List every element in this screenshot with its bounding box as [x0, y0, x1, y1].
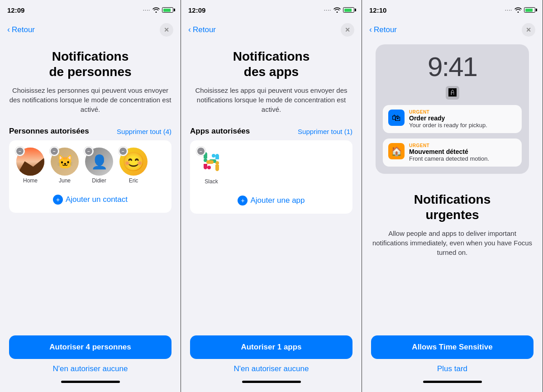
chevron-left-icon-1: ‹	[7, 25, 10, 34]
notif-urgent-label-2: URGENT	[409, 143, 516, 148]
add-contact-row[interactable]: + Ajouter un contact	[16, 190, 164, 206]
page-title-1: Notificationsde personnes	[9, 49, 171, 79]
page-title-3: Notificationsurgentes	[371, 192, 533, 222]
status-icons-1: ····	[143, 7, 173, 13]
minus-icon-slack: −	[197, 148, 205, 155]
primary-button-3[interactable]: Allows Time Sensitive	[371, 335, 533, 359]
nav-bar-3: ‹ Retour ✕	[362, 20, 543, 40]
status-time-3: 12:10	[369, 6, 386, 14]
battery-icon-3	[524, 7, 535, 13]
home-indicator-3	[423, 381, 482, 383]
notif-body-2: Front camera detected motion.	[409, 155, 516, 162]
notif-title-2: Mouvement détecté	[409, 148, 516, 155]
back-button-3[interactable]: ‹ Retour	[369, 25, 397, 34]
avatar-wrap-didier: 👤 −	[85, 148, 113, 176]
home-icon: 🏠	[391, 146, 402, 157]
nav-bar-1: ‹ Retour ✕	[0, 20, 181, 40]
status-time-2: 12:09	[188, 6, 205, 14]
status-icons-2: ····	[324, 7, 354, 13]
person-name-june: June	[59, 177, 71, 184]
person-eric[interactable]: 😊 − Eric	[119, 148, 148, 184]
notif-content-1: URGENT Order ready Your order is ready f…	[409, 110, 516, 129]
signal-icon-3: ····	[505, 7, 512, 13]
battery-icon-2	[343, 7, 354, 13]
nav-bar-2: ‹ Retour ✕	[181, 20, 362, 40]
shopping-bag-icon: 🛍	[392, 113, 401, 123]
svg-point-2	[212, 154, 215, 158]
content-3: 9:41 🅰 🛍 URGENT Order ready Your order i…	[362, 40, 543, 330]
apps-card: − Slack + Ajouter une app	[190, 140, 352, 214]
status-bar-1: 12:09 ····	[0, 0, 181, 20]
back-button-2[interactable]: ‹ Retour	[188, 25, 216, 34]
people-card: − Home 🐱 −	[9, 140, 171, 213]
apps-row: − Slack	[197, 148, 345, 185]
close-icon-3: ✕	[526, 26, 531, 33]
secondary-button-2[interactable]: N'en autoriser aucune	[234, 364, 309, 373]
close-icon-1: ✕	[164, 26, 169, 33]
panel-apps: 12:09 ···· ‹ Retour ✕ Notificationsdes a…	[181, 0, 362, 392]
back-button-1[interactable]: ‹ Retour	[7, 25, 35, 34]
content-1: Notificationsde personnes Choisissez les…	[0, 40, 181, 330]
notif-app-icon-orange: 🏠	[388, 143, 405, 159]
add-app-row[interactable]: + Ajouter une app	[197, 191, 345, 206]
people-row: − Home 🐱 −	[16, 148, 164, 184]
battery-icon-1	[162, 7, 173, 13]
add-contact-label: Ajouter un contact	[66, 195, 128, 204]
status-icons-3: ····	[505, 7, 535, 13]
panel-people: 12:09 ···· ‹ Retour ✕ Notificationsde pe…	[0, 0, 181, 392]
notification-card-2: 🏠 URGENT Mouvement détecté Front camera …	[383, 139, 522, 167]
svg-rect-7	[206, 160, 214, 164]
app-name-slack: Slack	[205, 178, 218, 185]
face-id-icon: 🅰	[446, 86, 459, 100]
primary-button-1[interactable]: Autoriser 4 personnes	[9, 335, 171, 359]
cat-icon: 🐱	[57, 154, 73, 170]
smiley-icon: 😊	[122, 153, 145, 171]
person-name-didier: Didier	[92, 177, 106, 184]
app-icon-wrap-slack: −	[197, 148, 225, 176]
notif-body-1: Your order is ready for pickup.	[409, 122, 516, 129]
panel-urgent: 12:10 ···· ‹ Retour ✕ 9:41 🅰	[362, 0, 543, 392]
person-didier[interactable]: 👤 − Didier	[85, 148, 113, 184]
wifi-icon-2	[333, 7, 341, 13]
person-home[interactable]: − Home	[16, 148, 44, 184]
wifi-icon-1	[152, 7, 160, 13]
person-june[interactable]: 🐱 − June	[51, 148, 79, 184]
status-bar-2: 12:09 ····	[181, 0, 362, 20]
status-bar-3: 12:10 ····	[362, 0, 543, 20]
close-button-2[interactable]: ✕	[341, 23, 354, 37]
home-indicator-2	[242, 381, 301, 383]
lock-screen-preview: 9:41 🅰 🛍 URGENT Order ready Your order i…	[376, 44, 529, 174]
notif-urgent-label-1: URGENT	[409, 110, 516, 115]
bottom-area-2: Autoriser 1 apps N'en autoriser aucune	[181, 330, 362, 392]
secondary-button-1[interactable]: N'en autoriser aucune	[53, 364, 128, 373]
close-button-1[interactable]: ✕	[160, 23, 173, 37]
chevron-left-icon-3: ‹	[369, 25, 372, 34]
section-action-1[interactable]: Supprimer tout (4)	[117, 128, 171, 135]
primary-button-2[interactable]: Autoriser 1 apps	[190, 335, 352, 359]
add-circle-icon-2: +	[238, 196, 248, 206]
signal-icon-2: ····	[324, 7, 331, 13]
add-app-label: Ajouter une app	[250, 196, 305, 205]
notification-card-1: 🛍 URGENT Order ready Your order is ready…	[383, 105, 522, 133]
minus-icon-eric: −	[119, 148, 127, 155]
close-icon-2: ✕	[345, 26, 350, 33]
section-title-1: Personnes autorisées	[9, 127, 89, 136]
mountain-shape	[16, 158, 44, 176]
section-header-2: Apps autorisées Supprimer tout (1)	[190, 127, 352, 136]
close-button-3[interactable]: ✕	[522, 23, 535, 37]
avatar-wrap-eric: 😊 −	[119, 148, 148, 176]
avatar-wrap-home: −	[16, 148, 44, 176]
section-action-2[interactable]: Supprimer tout (1)	[298, 128, 352, 135]
back-label-3: Retour	[374, 25, 397, 34]
section-header-1: Personnes autorisées Supprimer tout (4)	[9, 127, 171, 136]
content-2: Notificationsdes apps Choisissez les app…	[181, 40, 362, 330]
section-title-2: Apps autorisées	[190, 127, 250, 136]
minus-icon-didier: −	[85, 148, 92, 155]
person-name-home: Home	[23, 177, 38, 184]
secondary-button-3[interactable]: Plus tard	[437, 364, 467, 373]
page-subtitle-1: Choisissez les personnes qui peuvent vou…	[9, 86, 171, 114]
status-time-1: 12:09	[7, 6, 24, 14]
page-subtitle-2: Choisissez les apps qui peuvent vous env…	[190, 86, 352, 114]
bottom-area-3: Allows Time Sensitive Plus tard	[362, 330, 543, 392]
app-slack[interactable]: − Slack	[197, 148, 225, 185]
